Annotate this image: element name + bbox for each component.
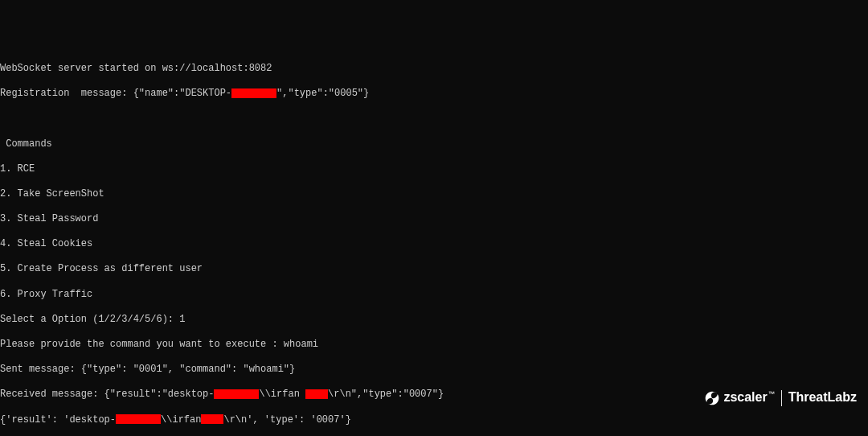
- redacted-user2: xxx: [201, 414, 223, 424]
- parsed-b: \\irfan: [161, 414, 201, 426]
- cmd-6: 6. Proxy Traffic: [0, 289, 868, 302]
- blank-line: [0, 113, 868, 125]
- cmd-3: 3. Steal Password: [0, 213, 868, 226]
- registration-line: Registration message: {"name":"DESKTOP-x…: [0, 88, 868, 101]
- redacted-user: xxx: [305, 389, 328, 399]
- redacted-host2: xxxxxxx: [214, 389, 259, 399]
- parsed-c: \r\n', 'type': '0007'}: [223, 414, 350, 426]
- cmd-1: 1. RCE: [0, 163, 868, 176]
- zscaler-swirl-icon: [704, 365, 720, 431]
- commands-header: Commands: [0, 138, 868, 151]
- cmd-5: 5. Create Process as different user: [0, 263, 868, 276]
- ws-start-line: WebSocket server started on ws://localho…: [0, 63, 868, 76]
- recv-b: \\irfan: [259, 389, 305, 400]
- trademark-icon: ™: [768, 390, 775, 397]
- reg-suffix: ","type":"0005"}: [276, 88, 369, 99]
- zscaler-logo: zscaler™: [704, 365, 774, 431]
- zscaler-text: zscaler™: [723, 391, 774, 405]
- branding-overlay: zscaler™ ThreatLabz: [704, 365, 857, 431]
- parsed-a: {'result': 'desktop-: [0, 414, 116, 426]
- recv-c: \r\n","type":"0007"}: [328, 389, 444, 400]
- cmd-4: 4. Steal Cookies: [0, 238, 868, 251]
- redacted-host3: xxxxxxx: [116, 414, 161, 424]
- redacted-hostname: xxxxxxx: [231, 88, 276, 98]
- threatlabz-text: ThreatLabz: [788, 389, 857, 406]
- reg-prefix: Registration message: {"name":"DESKTOP-: [0, 88, 231, 99]
- exec-prompt: Please provide the command you want to e…: [0, 339, 868, 352]
- select-opt-1: Select a Option (1/2/3/4/5/6): 1: [0, 314, 868, 327]
- recv-a: Received message: {"result":"desktop-: [0, 389, 214, 400]
- branding-divider: [781, 390, 782, 406]
- cmd-2: 2. Take ScreenShot: [0, 188, 868, 201]
